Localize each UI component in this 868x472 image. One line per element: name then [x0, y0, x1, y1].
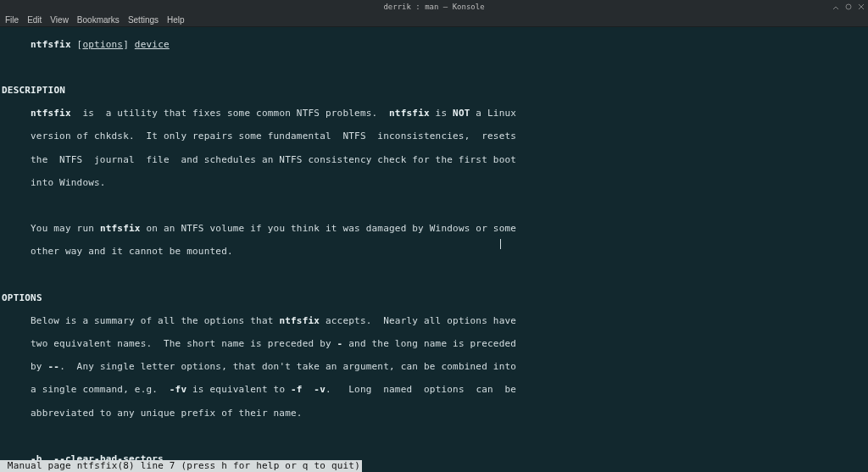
menu-file[interactable]: File: [5, 15, 19, 25]
maximize-icon[interactable]: [844, 3, 852, 11]
menu-edit[interactable]: Edit: [27, 15, 42, 25]
close-icon[interactable]: [857, 3, 865, 11]
terminal-viewport[interactable]: ntfsfix [options] device DESCRIPTION ntf…: [0, 27, 868, 472]
menu-view[interactable]: View: [50, 15, 69, 25]
svg-point-0: [846, 4, 851, 9]
pager-statusline: Manual page ntfsfix(8) line 7 (press h f…: [0, 460, 362, 472]
section-options: OPTIONS: [2, 292, 866, 304]
minimize-icon[interactable]: [832, 3, 839, 11]
menubar: File Edit View Bookmarks Settings Help: [0, 14, 868, 27]
menu-help[interactable]: Help: [167, 15, 185, 25]
synopsis-line: ntfsfix [options] device: [2, 39, 866, 51]
window-titlebar: derrik : man — Konsole: [0, 0, 868, 14]
section-description: DESCRIPTION: [2, 85, 866, 97]
text-cursor: [500, 239, 501, 249]
window-title: derrik : man — Konsole: [383, 3, 484, 11]
menu-settings[interactable]: Settings: [128, 15, 159, 25]
menu-bookmarks[interactable]: Bookmarks: [77, 15, 120, 25]
